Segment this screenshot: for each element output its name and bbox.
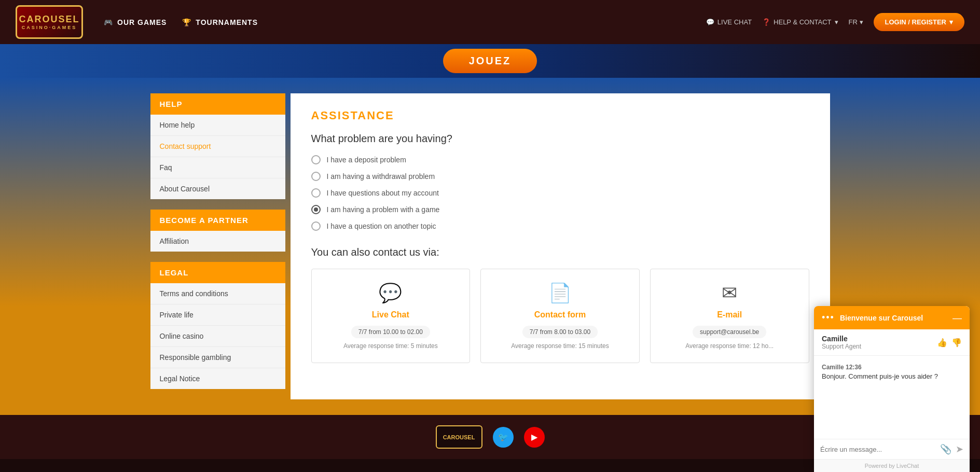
help-contact-nav[interactable]: ❓ HELP & CONTACT ▾ bbox=[762, 18, 838, 26]
livechat-badge: 7/7 from 10.00 to 02.00 bbox=[351, 326, 430, 338]
form-icon: 📄 bbox=[548, 282, 572, 304]
nav-our-games[interactable]: 🎮 OUR GAMES bbox=[104, 18, 167, 26]
radio-circle-withdrawal bbox=[311, 172, 321, 181]
help-contact-label: HELP & CONTACT bbox=[774, 18, 831, 26]
footer-logo-text: CAROUSEL bbox=[443, 434, 475, 440]
nav-tournaments[interactable]: 🏆 TOURNAMENTS bbox=[182, 18, 258, 26]
sidebar-item-private-life-label: Private life bbox=[160, 311, 194, 319]
radio-label-game: I am having a problem with a game bbox=[327, 205, 440, 214]
form-response: Average response time: 15 minutes bbox=[511, 342, 609, 350]
sidebar-item-terms[interactable]: Terms and conditions bbox=[150, 283, 285, 304]
chevron-down-icon: ▾ bbox=[835, 18, 838, 26]
login-label: LOGIN / REGISTER bbox=[885, 18, 946, 26]
sidebar-item-terms-label: Terms and conditions bbox=[160, 289, 228, 298]
message-text: Bonjour. Comment puis-je vous aider ? bbox=[822, 372, 962, 380]
chat-messages: Camille 12:36 Bonjour. Comment puis-je v… bbox=[814, 356, 970, 439]
sidebar-item-online-casino[interactable]: Online casino bbox=[150, 326, 285, 347]
footer-logo: CAROUSEL bbox=[436, 425, 482, 449]
language-select[interactable]: FR ▾ bbox=[849, 18, 863, 26]
livechat-response: Average response time: 5 minutes bbox=[343, 342, 438, 350]
sidebar-item-online-casino-label: Online casino bbox=[160, 332, 204, 340]
header: CAROUSEL CASINO·GAMES 🎮 OUR GAMES 🏆 TOUR… bbox=[0, 0, 980, 44]
sidebar-item-faq[interactable]: Faq bbox=[150, 157, 285, 178]
sidebar-item-affiliation-label: Affiliation bbox=[160, 237, 189, 245]
livechat-icon: 💬 bbox=[379, 282, 402, 304]
twitter-button[interactable]: 🐦 bbox=[493, 427, 514, 448]
livechat-title: Live Chat bbox=[372, 310, 409, 320]
contact-card-form[interactable]: 📄 Contact form 7/7 from 8.00 to 03.00 Av… bbox=[480, 269, 640, 363]
sidebar-item-about-label: About Carousel bbox=[160, 185, 210, 193]
nav-tournaments-label: TOURNAMENTS bbox=[196, 18, 258, 26]
agent-role: Support Agent bbox=[822, 343, 861, 350]
problem-radio-group: I have a deposit problem I am having a w… bbox=[311, 155, 809, 231]
sidebar-item-contact-support[interactable]: Contact support bbox=[150, 136, 285, 157]
sidebar-item-home-help[interactable]: Home help bbox=[150, 115, 285, 136]
chat-header: ••• Bienvenue sur Carousel — bbox=[814, 306, 970, 329]
logo-text: CAROUSEL bbox=[19, 14, 79, 25]
attach-icon[interactable]: 📎 bbox=[940, 443, 951, 455]
radio-label-other: I have a question on another topic bbox=[327, 222, 436, 230]
email-response: Average response time: 12 ho... bbox=[685, 342, 774, 350]
contact-via-title: You can also contact us via: bbox=[311, 246, 809, 258]
radio-option-other[interactable]: I have a question on another topic bbox=[311, 221, 809, 231]
login-chevron-icon: ▾ bbox=[949, 18, 953, 26]
radio-option-deposit[interactable]: I have a deposit problem bbox=[311, 155, 809, 164]
email-badge: support@carousel.be bbox=[693, 326, 766, 338]
lang-label: FR bbox=[849, 18, 858, 26]
sidebar-item-about[interactable]: About Carousel bbox=[150, 178, 285, 199]
lang-chevron-icon: ▾ bbox=[860, 18, 863, 26]
sidebar-item-affiliation[interactable]: Affiliation bbox=[150, 231, 285, 252]
sidebar-item-responsible-gambling[interactable]: Responsible gambling bbox=[150, 347, 285, 368]
radio-circle-other bbox=[311, 221, 321, 231]
chat-icon: 💬 bbox=[706, 18, 714, 26]
chat-input[interactable] bbox=[820, 446, 936, 453]
nav-our-games-label: OUR GAMES bbox=[117, 18, 167, 26]
youtube-icon: ▶ bbox=[531, 432, 537, 442]
sidebar-partner-items: Affiliation bbox=[150, 231, 285, 252]
sidebar-item-home-help-label: Home help bbox=[160, 121, 195, 129]
main-nav: 🎮 OUR GAMES 🏆 TOURNAMENTS bbox=[104, 18, 258, 26]
jouez-button[interactable]: JOUEZ bbox=[443, 49, 537, 73]
radio-circle-game bbox=[311, 205, 321, 214]
main-content: HELP Home help Contact support Faq About… bbox=[140, 78, 840, 415]
thumbs-up-icon[interactable]: 👍 bbox=[937, 338, 947, 348]
chat-dots-icon: ••• bbox=[822, 312, 835, 323]
jouez-label: JOUEZ bbox=[469, 55, 512, 66]
question-title: What problem are you having? bbox=[311, 133, 809, 145]
chat-title: Bienvenue sur Carousel bbox=[840, 314, 953, 322]
assistance-title: ASSISTANCE bbox=[311, 109, 809, 122]
sidebar-help-title: HELP bbox=[150, 93, 285, 115]
email-title: E-mail bbox=[717, 310, 742, 320]
message-time: Camille 12:36 bbox=[822, 364, 962, 371]
thumbs-down-icon[interactable]: 👎 bbox=[951, 338, 962, 348]
agent-actions: 👍 👎 bbox=[937, 338, 962, 348]
radio-circle-account bbox=[311, 188, 321, 198]
trophy-icon: 🏆 bbox=[182, 18, 191, 26]
header-right: 💬 LIVE CHAT ❓ HELP & CONTACT ▾ FR ▾ LOGI… bbox=[706, 13, 964, 31]
radio-option-withdrawal[interactable]: I am having a withdrawal problem bbox=[311, 172, 809, 181]
send-icon[interactable]: ➤ bbox=[956, 443, 963, 455]
twitter-icon: 🐦 bbox=[498, 432, 508, 442]
live-chat-label: LIVE CHAT bbox=[717, 18, 752, 26]
sidebar-item-responsible-gambling-label: Responsible gambling bbox=[160, 353, 231, 362]
chat-message: Camille 12:36 Bonjour. Comment puis-je v… bbox=[822, 364, 962, 380]
sidebar-help-items: Home help Contact support Faq About Caro… bbox=[150, 115, 285, 199]
youtube-button[interactable]: ▶ bbox=[524, 427, 545, 448]
sidebar-item-private-life[interactable]: Private life bbox=[150, 304, 285, 326]
sidebar-item-legal-notice-label: Legal Notice bbox=[160, 374, 200, 383]
login-register-button[interactable]: LOGIN / REGISTER ▾ bbox=[874, 13, 964, 31]
radio-option-game[interactable]: I am having a problem with a game bbox=[311, 205, 809, 214]
sidebar-legal-items: Terms and conditions Private life Online… bbox=[150, 283, 285, 389]
agent-name: Camille bbox=[822, 335, 861, 343]
sidebar-item-contact-support-label: Contact support bbox=[160, 142, 211, 150]
contact-cards: 💬 Live Chat 7/7 from 10.00 to 02.00 Aver… bbox=[311, 269, 809, 363]
contact-card-email[interactable]: ✉ E-mail support@carousel.be Average res… bbox=[650, 269, 809, 363]
radio-option-account[interactable]: I have questions about my account bbox=[311, 188, 809, 198]
sidebar-item-legal-notice[interactable]: Legal Notice bbox=[150, 368, 285, 389]
chat-input-bar: 📎 ➤ bbox=[814, 439, 970, 459]
radio-label-deposit: I have a deposit problem bbox=[327, 156, 406, 164]
contact-card-livechat[interactable]: 💬 Live Chat 7/7 from 10.00 to 02.00 Aver… bbox=[311, 269, 471, 363]
chat-minimize-button[interactable]: — bbox=[953, 313, 962, 323]
live-chat-nav[interactable]: 💬 LIVE CHAT bbox=[706, 18, 752, 26]
content-area: ASSISTANCE What problem are you having? … bbox=[291, 93, 830, 399]
